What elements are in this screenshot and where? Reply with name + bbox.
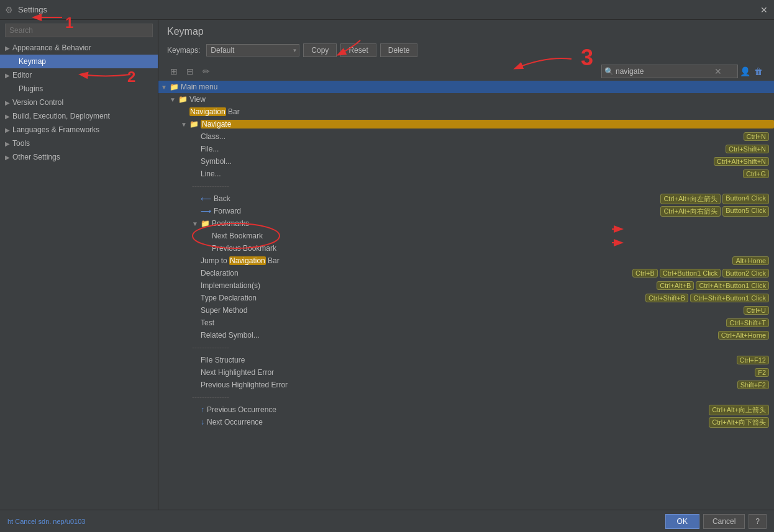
search-input-wrap: 🔍 ✕ xyxy=(601,65,738,78)
tree-row-sep3: --------------- xyxy=(158,391,774,404)
expand-all-icon[interactable]: ⊞ xyxy=(167,65,181,78)
shortcuts-super-method: Ctrl+U xyxy=(744,306,774,315)
tree-row-next-error[interactable]: Next Highlighted Error F2 xyxy=(158,366,774,379)
tree-arrow-bookmarks[interactable]: ▼ xyxy=(192,220,201,227)
shortcut-badge-class: Ctrl+N xyxy=(744,132,769,141)
tree-arrow-main-menu[interactable]: ▼ xyxy=(161,84,170,91)
shortcuts-related-symbol: Ctrl+Alt+Home xyxy=(718,331,774,340)
tree-row-navigate[interactable]: ▼ 📁 Navigate xyxy=(158,118,774,130)
title-bar: ⚙ Settings ✕ xyxy=(0,0,774,20)
tree-label-super-method: Super Method xyxy=(201,306,744,315)
tree-row-related-symbol[interactable]: Related Symbol... Ctrl+Alt+Home xyxy=(158,329,774,341)
help-button[interactable]: ? xyxy=(749,514,767,529)
tree-row-type-decl[interactable]: Type Declaration Ctrl+Shift+B Ctrl+Shift… xyxy=(158,292,774,304)
tree-row-bookmarks[interactable]: ▼ 📁 Bookmarks xyxy=(158,217,774,230)
settings-icon: ⚙ xyxy=(5,5,13,15)
sidebar-item-editor[interactable]: ▶ Editor xyxy=(0,68,158,82)
shortcut-badge-back2: Button4 Click xyxy=(722,194,769,204)
close-button[interactable]: ✕ xyxy=(759,5,769,15)
shortcut-badge-file: Ctrl+Shift+N xyxy=(726,145,769,153)
sidebar-item-appearance[interactable]: ▶ Appearance & Behavior xyxy=(0,41,158,55)
shortcut-badge-tdecl2: Ctrl+Shift+Button1 Click xyxy=(690,294,769,302)
tree-row-file-structure[interactable]: File Structure Ctrl+F12 xyxy=(158,354,774,366)
tree-label-related-symbol: Related Symbol... xyxy=(201,331,718,340)
tree-row-next-bookmark[interactable]: Next Bookmark xyxy=(158,230,774,242)
chevron-right-icon-tools: ▶ xyxy=(5,140,10,147)
tree-row-main-menu[interactable]: ▼ 📁 Main menu xyxy=(158,81,774,93)
tree-row-navigation-bar[interactable]: ▶ Navigation Bar xyxy=(158,106,774,118)
tree-row-back[interactable]: ⟵ Back Ctrl+Alt+向左箭头 Button4 Click xyxy=(158,192,774,205)
tree-row-forward[interactable]: ⟶ Forward Ctrl+Alt+向右箭头 Button5 Click xyxy=(158,205,774,217)
shortcut-badge-pe: Shift+F2 xyxy=(737,381,769,389)
sidebar-item-keymap[interactable]: Keymap xyxy=(0,55,158,68)
tree-label-navigate: Navigate xyxy=(201,120,774,128)
sidebar-search-area xyxy=(0,20,158,41)
search-clear-icon[interactable]: ✕ xyxy=(714,66,722,76)
shortcuts-implementations: Ctrl+Alt+B Ctrl+Alt+Button1 Click xyxy=(657,281,774,290)
tree-row-next-occurrence[interactable]: ↓ Next Occurrence Ctrl+Alt+向下箭头 xyxy=(158,416,774,428)
tree-row-line[interactable]: Line... Ctrl+G xyxy=(158,168,774,180)
search-user-icon[interactable]: 👤 xyxy=(738,65,752,78)
sidebar-item-plugins-label: Plugins xyxy=(19,84,43,93)
tree-row-prev-error[interactable]: Previous Highlighted Error Shift+F2 xyxy=(158,379,774,391)
tree-row-super-method[interactable]: Super Method Ctrl+U xyxy=(158,304,774,317)
tree-row-class[interactable]: Class... Ctrl+N xyxy=(158,130,774,143)
sidebar-item-version-control[interactable]: ▶ Version Control xyxy=(0,96,158,109)
shortcut-badge-super: Ctrl+U xyxy=(744,306,769,315)
search-delete-icon[interactable]: 🗑 xyxy=(752,65,765,78)
tree-row-file[interactable]: File... Ctrl+Shift+N xyxy=(158,143,774,155)
forward-nav-icon: ⟶ xyxy=(201,207,211,215)
edit-icon[interactable]: ✏ xyxy=(199,65,213,78)
sidebar-search-input[interactable] xyxy=(5,24,153,37)
tree-row-declaration[interactable]: Declaration Ctrl+B Ctrl+Button1 Click Bu… xyxy=(158,267,774,279)
sidebar-item-editor-label: Editor xyxy=(12,71,32,79)
cancel-button[interactable]: Cancel xyxy=(703,514,745,529)
copy-button[interactable]: Copy xyxy=(303,43,337,57)
sidebar: ▶ Appearance & Behavior Keymap ▶ Editor … xyxy=(0,20,158,510)
tree-label-test: Test xyxy=(201,318,726,327)
tree-row-prev-bookmark[interactable]: Previous Bookmark xyxy=(158,242,774,255)
tree-row-implementations[interactable]: Implementation(s) Ctrl+Alt+B Ctrl+Alt+Bu… xyxy=(158,279,774,292)
folder-icon-main-menu: 📁 xyxy=(170,83,179,91)
settings-window: ⚙ Settings ✕ ▶ Appearance & Behavior Key… xyxy=(0,0,774,532)
folder-icon-bookmarks: 📁 xyxy=(201,219,210,228)
shortcuts-next-error: F2 xyxy=(755,368,774,377)
shortcuts-type-decl: Ctrl+Shift+B Ctrl+Shift+Button1 Click xyxy=(645,294,774,302)
sidebar-item-other[interactable]: ▶ Other Settings xyxy=(0,150,158,164)
shortcuts-test: Ctrl+Shift+T xyxy=(726,318,774,327)
shortcut-badge-forward2: Button5 Click xyxy=(722,206,769,217)
tree-row-sep2: --------------- xyxy=(158,341,774,354)
main-title: Keymap xyxy=(158,20,774,41)
tree-sep1-label: --------------- xyxy=(192,182,774,191)
footer-link[interactable]: ht Cancel sdn. nep/u0103 xyxy=(7,518,85,525)
tree-arrow-view[interactable]: ▼ xyxy=(170,96,178,103)
sidebar-item-build[interactable]: ▶ Build, Execution, Deployment xyxy=(0,109,158,123)
keymap-select[interactable]: Default xyxy=(206,44,299,56)
tree-row-test[interactable]: Test Ctrl+Shift+T xyxy=(158,317,774,329)
shortcuts-declaration: Ctrl+B Ctrl+Button1 Click Button2 Click xyxy=(632,269,774,277)
shortcuts-next-occurrence: Ctrl+Alt+向下箭头 xyxy=(709,417,774,428)
tree-arrow-navigate[interactable]: ▼ xyxy=(181,121,189,128)
shortcuts-forward: Ctrl+Alt+向右箭头 Button5 Click xyxy=(660,206,774,217)
sidebar-item-tools[interactable]: ▶ Tools xyxy=(0,137,158,150)
tree-row-symbol[interactable]: Symbol... Ctrl+Alt+Shift+N xyxy=(158,155,774,168)
sidebar-item-appearance-label: Appearance & Behavior xyxy=(12,43,91,52)
sidebar-item-plugins[interactable]: Plugins xyxy=(0,82,158,96)
tree-row-jump-nav[interactable]: Jump to Navigation Bar Alt+Home xyxy=(158,255,774,267)
keymap-controls-row: Keymaps: Default Copy Reset Delete xyxy=(158,41,774,62)
tree-sep3-label: --------------- xyxy=(192,393,774,402)
reset-button[interactable]: Reset xyxy=(340,43,376,57)
next-occurrence-icon: ↓ xyxy=(201,418,204,426)
delete-button[interactable]: Delete xyxy=(380,43,418,57)
dialog-footer: ht Cancel sdn. nep/u0103 OK Cancel ? xyxy=(0,510,774,532)
tree-row-view[interactable]: ▼ 📁 View xyxy=(158,93,774,106)
tree-row-sep1: --------------- xyxy=(158,180,774,192)
tree-label-view: View xyxy=(189,95,774,104)
sidebar-item-languages[interactable]: ▶ Languages & Frameworks xyxy=(0,123,158,137)
ok-button[interactable]: OK xyxy=(665,514,699,529)
tree-label-file: File... xyxy=(201,145,726,153)
tree-label-file-structure: File Structure xyxy=(201,356,737,364)
shortcuts-file: Ctrl+Shift+N xyxy=(726,145,774,153)
collapse-all-icon[interactable]: ⊟ xyxy=(183,65,197,78)
tree-row-prev-occurrence[interactable]: ↑ Previous Occurrence Ctrl+Alt+向上箭头 xyxy=(158,404,774,416)
